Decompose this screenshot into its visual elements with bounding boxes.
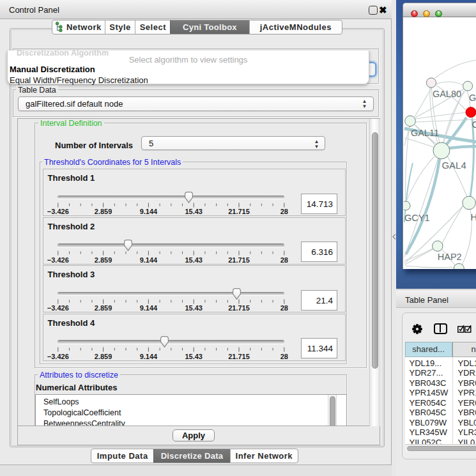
svg-text:GAL4: GAL4 bbox=[441, 160, 466, 171]
svg-text:GAL80: GAL80 bbox=[433, 89, 461, 99]
svg-text:CRM1: CRM1 bbox=[472, 119, 476, 130]
svg-text:GCY1: GCY1 bbox=[404, 213, 430, 223]
svg-text:HAP2: HAP2 bbox=[438, 252, 462, 262]
svg-text:GAL2: GAL2 bbox=[469, 93, 476, 103]
svg-text:HIS4: HIS4 bbox=[470, 212, 476, 222]
svg-text:GAL11: GAL11 bbox=[411, 128, 439, 138]
